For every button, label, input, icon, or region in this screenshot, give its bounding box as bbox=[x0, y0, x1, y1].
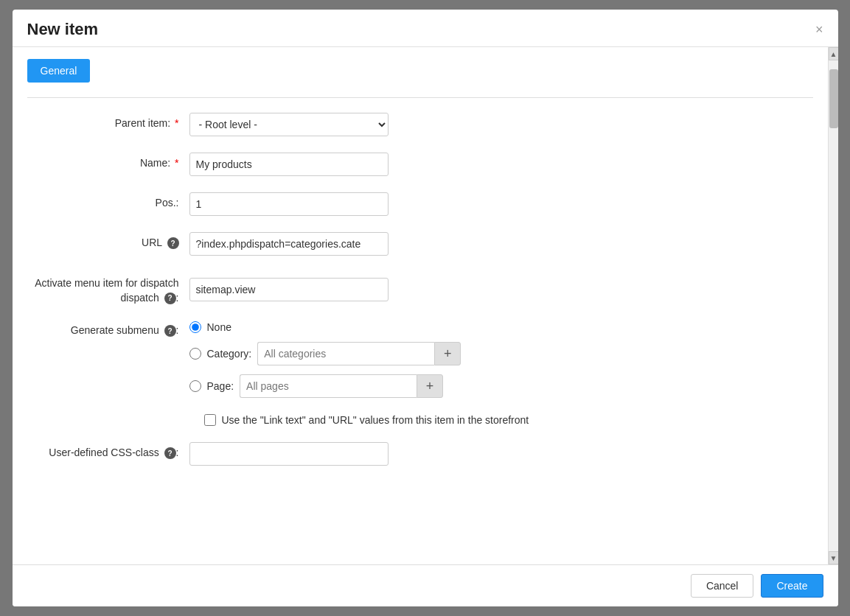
add-category-button[interactable]: + bbox=[434, 342, 461, 365]
section-divider bbox=[27, 97, 813, 98]
category-input[interactable] bbox=[257, 342, 434, 365]
close-button[interactable]: × bbox=[815, 23, 823, 36]
css-class-input[interactable] bbox=[189, 442, 389, 466]
cancel-button[interactable]: Cancel bbox=[691, 574, 754, 598]
radio-option-category: Category: + bbox=[189, 342, 461, 365]
modal-overlay: New item × General Parent item: * - bbox=[0, 0, 850, 616]
pos-label: Pos.: bbox=[27, 192, 189, 209]
activate-label: Activate menu item for dispatch dispatch… bbox=[27, 272, 189, 305]
css-class-label: User-defined CSS-class ?: bbox=[27, 442, 189, 459]
activate-input[interactable] bbox=[189, 278, 389, 301]
page-input[interactable] bbox=[240, 374, 417, 398]
scroll-down-arrow[interactable]: ▼ bbox=[829, 551, 838, 564]
checkbox-storefront-row: Use the "Link text" and "URL" values fro… bbox=[204, 414, 529, 426]
scrollbar-thumb[interactable] bbox=[829, 69, 838, 128]
add-category-icon: + bbox=[444, 346, 452, 362]
form-row-checkbox: Use the "Link text" and "URL" values fro… bbox=[27, 414, 813, 426]
form-row-activate: Activate menu item for dispatch dispatch… bbox=[27, 272, 813, 305]
tab-general[interactable]: General bbox=[27, 59, 91, 83]
page-row: + bbox=[240, 374, 443, 398]
scrollbar-track: ▲ ▼ bbox=[828, 47, 838, 564]
modal-footer: Cancel Create bbox=[13, 564, 838, 606]
new-item-modal: New item × General Parent item: * - bbox=[13, 10, 838, 606]
name-input[interactable] bbox=[189, 153, 389, 176]
parent-item-select[interactable]: - Root level - bbox=[189, 113, 389, 136]
url-help-icon[interactable]: ? bbox=[167, 237, 179, 249]
form-row-parent-item: Parent item: * - Root level - bbox=[27, 113, 813, 136]
css-class-help-icon[interactable]: ? bbox=[164, 447, 176, 459]
radio-none-label: None bbox=[207, 321, 231, 333]
form-row-name: Name: * bbox=[27, 153, 813, 176]
scroll-up-arrow[interactable]: ▲ bbox=[829, 47, 838, 60]
radio-category-label: Category: bbox=[207, 348, 252, 360]
radio-option-page: Page: + bbox=[189, 374, 461, 398]
name-label: Name: * bbox=[27, 153, 189, 169]
form-row-css-class: User-defined CSS-class ?: bbox=[27, 442, 813, 466]
category-row: + bbox=[257, 342, 461, 365]
checkbox-storefront-label: Use the "Link text" and "URL" values fro… bbox=[222, 414, 529, 426]
url-input[interactable] bbox=[189, 232, 389, 256]
modal-header: New item × bbox=[13, 10, 838, 47]
radio-none[interactable] bbox=[189, 321, 201, 333]
radio-group-submenu: None Category: + bbox=[189, 321, 461, 398]
generate-submenu-help-icon[interactable]: ? bbox=[164, 325, 176, 337]
radio-category[interactable] bbox=[189, 348, 201, 360]
tab-bar: General bbox=[27, 59, 813, 83]
checkbox-storefront[interactable] bbox=[204, 414, 216, 426]
radio-option-none: None bbox=[189, 321, 461, 333]
form-row-generate-submenu: Generate submenu ?: None Category: bbox=[27, 321, 813, 398]
add-page-button[interactable]: + bbox=[417, 374, 443, 398]
create-button[interactable]: Create bbox=[761, 574, 823, 598]
radio-page[interactable] bbox=[189, 380, 201, 392]
modal-title: New item bbox=[27, 20, 99, 39]
url-label: URL ? bbox=[27, 232, 189, 249]
generate-submenu-label: Generate submenu ?: bbox=[27, 321, 189, 337]
pos-input[interactable] bbox=[189, 192, 389, 216]
activate-help-icon[interactable]: ? bbox=[164, 293, 176, 304]
modal-content: General Parent item: * - Root level - bbox=[13, 47, 828, 564]
radio-page-label: Page: bbox=[207, 380, 234, 392]
parent-item-label: Parent item: * bbox=[27, 113, 189, 129]
add-page-icon: + bbox=[426, 379, 434, 394]
scroll-area: ▲ ▼ bbox=[829, 47, 838, 564]
modal-body: General Parent item: * - Root level - bbox=[13, 47, 838, 564]
form-row-pos: Pos.: bbox=[27, 192, 813, 216]
form-row-url: URL ? bbox=[27, 232, 813, 256]
